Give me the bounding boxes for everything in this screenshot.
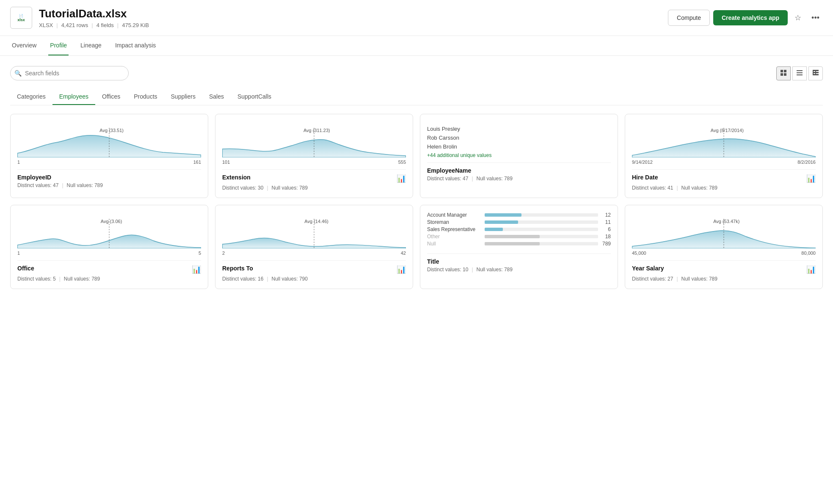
cat-tab-categories[interactable]: Categories: [10, 89, 52, 105]
chart-year-salary: Avg (53.47k) 45,000: [632, 219, 816, 257]
svg-rect-6: [797, 74, 803, 75]
tab-impact[interactable]: Impact analysis: [113, 36, 157, 55]
bar-chart-icon[interactable]: 📊: [192, 265, 201, 274]
distinct-values: Distinct values: 27: [632, 276, 673, 282]
field-name: Title: [427, 258, 439, 265]
text-value: Louis Presley: [427, 125, 491, 134]
category-tabs: CategoriesEmployeesOfficesProductsSuppli…: [10, 89, 823, 105]
card-footer: Reports To 📊 Distinct values: 16 | Null …: [222, 260, 406, 282]
bar-row: Sales Representative 6: [427, 226, 611, 232]
cards-grid: Avg (33.51) 1 1: [10, 114, 823, 289]
file-icon: 📄 xlsx: [10, 7, 32, 29]
compute-button[interactable]: Compute: [668, 10, 710, 26]
card-meta: Distinct values: 47 | Null values: 789: [17, 182, 201, 188]
text-value: Rob Carsson: [427, 134, 491, 143]
tab-profile[interactable]: Profile: [48, 36, 69, 55]
bar-fill: [485, 213, 521, 217]
table-view-toggle[interactable]: [808, 66, 823, 80]
bar-label: Storeman: [427, 219, 482, 225]
bar-chart-icon[interactable]: 📊: [397, 174, 406, 183]
bar-label: Sales Representative: [427, 226, 482, 232]
cat-tab-sales[interactable]: Sales: [202, 89, 231, 105]
null-values: Null values: 789: [272, 185, 308, 191]
bar-value: 12: [601, 212, 611, 218]
chart-extension: Avg (311.23) 101: [222, 128, 406, 166]
field-name: Reports To: [222, 265, 253, 272]
bar-row: Null 789: [427, 241, 611, 247]
distinct-values: Distinct values: 47: [427, 176, 468, 182]
additional-values: +44 additional unique values: [427, 151, 491, 160]
main-content: 🔍 CategoriesEmployeesOfficesProductsSupp…: [0, 56, 833, 299]
range-max: 161: [193, 160, 201, 165]
card-meta: Distinct values: 30 | Null values: 789: [222, 185, 406, 191]
null-values: Null values: 789: [64, 276, 100, 282]
card-footer: Hire Date 📊 Distinct values: 41 | Null v…: [632, 169, 816, 191]
bar-value: 18: [601, 234, 611, 240]
file-meta: XLSX | 4,421 rows | 4 fields | 475.29 Ki…: [39, 22, 149, 28]
range-max: 8/2/2016: [797, 160, 816, 165]
range-min: 9/14/2012: [632, 160, 653, 165]
card-footer: Year Salary 📊 Distinct values: 27 | Null…: [632, 260, 816, 282]
more-options-button[interactable]: •••: [808, 10, 823, 26]
header-actions: Compute Create analytics app ☆ •••: [668, 10, 823, 26]
svg-rect-0: [781, 70, 783, 72]
cat-tab-employees[interactable]: Employees: [52, 89, 95, 105]
file-fields: 4 fields: [97, 22, 114, 28]
card-meta: Distinct values: 41 | Null values: 789: [632, 185, 816, 191]
cat-tab-supportcalls[interactable]: SupportCalls: [231, 89, 278, 105]
bar-label: Null: [427, 241, 482, 247]
svg-rect-11: [815, 70, 816, 75]
cat-tab-suppliers[interactable]: Suppliers: [164, 89, 202, 105]
range-max: 555: [398, 160, 406, 165]
bar-chart-icon[interactable]: 📊: [806, 265, 816, 274]
main-tabs: OverviewProfileLineageImpact analysis: [0, 36, 833, 56]
file-size: 475.29 KiB: [122, 22, 149, 28]
search-wrapper: 🔍: [10, 66, 129, 80]
field-name: EmployeeName: [427, 167, 471, 174]
card-header-row: Year Salary 📊: [632, 265, 816, 274]
bar-chart-icon[interactable]: 📊: [397, 265, 406, 274]
null-values: Null values: 790: [272, 276, 308, 282]
card-employee-name: Louis PresleyRob CarssonHelen Brolin +44…: [420, 114, 618, 198]
search-bar-row: 🔍: [10, 66, 823, 80]
bar-fill: [485, 242, 540, 245]
list-view-toggle[interactable]: [792, 66, 807, 80]
search-icon: 🔍: [14, 70, 22, 77]
tab-overview[interactable]: Overview: [10, 36, 38, 55]
cat-tab-offices[interactable]: Offices: [95, 89, 127, 105]
bookmark-button[interactable]: ☆: [791, 10, 805, 26]
search-input[interactable]: [10, 66, 129, 80]
create-analytics-button[interactable]: Create analytics app: [713, 10, 788, 25]
null-values: Null values: 789: [477, 176, 513, 182]
card-year-salary: Avg (53.47k) 45,000: [625, 205, 823, 289]
tab-lineage[interactable]: Lineage: [79, 36, 103, 55]
card-meta: Distinct values: 16 | Null values: 790: [222, 276, 406, 282]
chart-employee-name: Louis PresleyRob CarssonHelen Brolin +44…: [427, 121, 611, 159]
view-toggles: [776, 66, 823, 80]
cat-tab-products[interactable]: Products: [127, 89, 164, 105]
chart-hire-date: Avg (8/17/2014) 9/14/2012: [632, 128, 816, 166]
chart-range: 1 5: [17, 251, 201, 256]
range-max: 5: [199, 251, 201, 256]
distinct-values: Distinct values: 5: [17, 276, 56, 282]
chart-range: 1 161: [17, 160, 201, 165]
bar-chart-icon[interactable]: 📊: [806, 174, 816, 183]
range-min: 1: [17, 160, 20, 165]
bar-value: 789: [601, 241, 611, 247]
bar-row: Storeman 11: [427, 219, 611, 225]
bar-row: Account Manager 12: [427, 212, 611, 218]
distinct-values: Distinct values: 41: [632, 185, 673, 191]
bar-track: [485, 213, 598, 217]
file-title: TutorialData.xlsx: [39, 7, 149, 20]
bar-track: [485, 220, 598, 224]
distinct-values: Distinct values: 47: [17, 182, 58, 188]
field-name: Year Salary: [632, 265, 664, 272]
chart-title: Account Manager 12 Storeman 11 Sales Rep: [427, 212, 611, 250]
bar-fill: [485, 220, 518, 224]
card-header-row: Extension 📊: [222, 174, 406, 183]
card-meta: Distinct values: 10 | Null values: 789: [427, 267, 611, 273]
field-name: Extension: [222, 174, 251, 181]
header-left: 📄 xlsx TutorialData.xlsx XLSX | 4,421 ro…: [10, 7, 149, 29]
grid-view-toggle[interactable]: [776, 66, 791, 80]
card-footer: Office 📊 Distinct values: 5 | Null value…: [17, 260, 201, 282]
